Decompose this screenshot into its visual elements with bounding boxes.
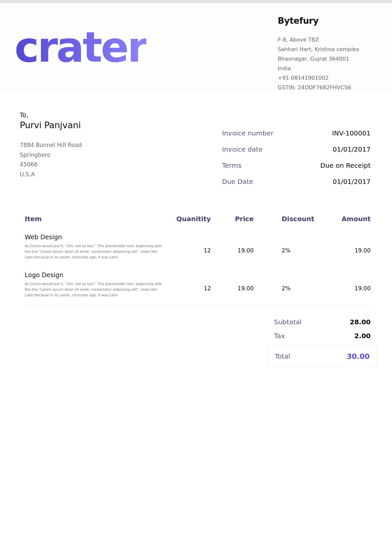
item-cell: Logo Design As Cicero would put it, “Um,… xyxy=(25,271,166,298)
item-cell: Web Design As Cicero would put it, “Um, … xyxy=(25,233,166,260)
tax-row: Tax 2.00 xyxy=(274,332,371,340)
meta-label: Terms xyxy=(222,161,241,169)
company-address: F-8, Above TBZSahkari Hart, Krishna comp… xyxy=(278,35,359,92)
customer-address-line: 45066 xyxy=(20,160,82,170)
item-quantity: 12 xyxy=(166,271,211,298)
item-name: Web Design xyxy=(25,233,166,241)
invoice-meta-row: Due Date 01/01/2017 xyxy=(222,178,371,186)
meta-value: 01/01/2017 xyxy=(333,145,371,153)
items-table-body: Web Design As Cicero would put it, “Um, … xyxy=(25,233,371,298)
totals-block: Subtotal 28.00 Tax 2.00 xyxy=(274,318,371,340)
meta-value: 01/01/2017 xyxy=(333,178,371,186)
subtotal-label: Subtotal xyxy=(274,318,302,326)
company-address-line: GSTIN: 24DDF7682FHVCS6 xyxy=(278,83,359,92)
table-row: Web Design As Cicero would put it, “Um, … xyxy=(25,233,371,260)
items-table-header: Item Quanitity Price Discount Amount xyxy=(25,214,371,223)
meta-label: Invoice date xyxy=(222,145,263,153)
company-address-line: Sahkari Hart, Krishna complex xyxy=(278,44,359,54)
header-discount: Discount xyxy=(254,214,318,223)
item-discount: 2% xyxy=(254,233,318,260)
invoice-page: crater Bytefury F-8, Above TBZSahkari Ha… xyxy=(0,0,392,555)
top-strip xyxy=(0,0,392,3)
bill-to-prefix: To, xyxy=(20,111,82,119)
tax-value: 2.00 xyxy=(354,332,371,340)
item-price: 19.00 xyxy=(211,233,254,260)
header-price: Price xyxy=(211,214,254,223)
crater-logo: crater xyxy=(14,22,146,72)
tax-label: Tax xyxy=(274,332,285,340)
meta-value: INV-100001 xyxy=(332,129,371,137)
subtotal-value: 28.00 xyxy=(350,318,371,326)
customer-address: 7884 Bunnel Hill RoadSpringboro45066U.S.… xyxy=(20,140,82,179)
item-price: 19.00 xyxy=(211,271,254,298)
company-address-line: F-8, Above TBZ xyxy=(278,35,359,44)
item-description: As Cicero would put it, “Um, not so fast… xyxy=(25,281,165,298)
subtotal-row: Subtotal 28.00 xyxy=(274,318,371,326)
company-block: Bytefury F-8, Above TBZSahkari Hart, Kri… xyxy=(278,16,359,92)
company-address-line: +91-08141901002 xyxy=(278,73,359,83)
invoice-header: crater Bytefury F-8, Above TBZSahkari Ha… xyxy=(0,3,392,90)
customer-address-line: U.S.A xyxy=(20,170,82,180)
company-name: Bytefury xyxy=(278,16,359,26)
customer-address-line: Springboro xyxy=(20,150,82,160)
invoice-meta: Invoice number INV-100001 Invoice date 0… xyxy=(222,120,371,194)
items-table: Item Quanitity Price Discount Amount Web… xyxy=(25,214,371,367)
invoice-meta-row: Invoice date 01/01/2017 xyxy=(222,145,371,153)
item-amount: 19.00 xyxy=(318,271,371,298)
bill-to-block: To, Purvi Panjvani 7884 Bunnel Hill Road… xyxy=(20,111,82,179)
grand-total-value: 30.00 xyxy=(347,352,370,361)
header-item: Item xyxy=(25,214,166,223)
company-address-line: India xyxy=(278,64,359,73)
header-amount: Amount xyxy=(318,214,371,223)
item-discount: 2% xyxy=(254,271,318,298)
customer-name: Purvi Panjvani xyxy=(20,119,82,131)
table-row: Logo Design As Cicero would put it, “Um,… xyxy=(25,271,371,298)
item-name: Logo Design xyxy=(25,271,166,279)
item-amount: 19.00 xyxy=(318,233,371,260)
table-divider xyxy=(25,305,371,306)
item-description: As Cicero would put it, “Um, not so fast… xyxy=(25,243,165,260)
item-quantity: 12 xyxy=(166,233,211,260)
customer-address-line: 7884 Bunnel Hill Road xyxy=(20,140,82,150)
company-address-line: Bhavnagar, Gujrat 364001 xyxy=(278,54,359,64)
meta-value: Due on Receipt xyxy=(320,161,371,169)
grand-total-box: Total 30.00 xyxy=(268,346,377,367)
header-quantity: Quanitity xyxy=(166,214,211,223)
invoice-meta-row: Terms Due on Receipt xyxy=(222,161,371,169)
meta-label: Due Date xyxy=(222,178,253,186)
grand-total-label: Total xyxy=(275,352,290,360)
invoice-meta-row: Invoice number INV-100001 xyxy=(222,129,371,137)
meta-label: Invoice number xyxy=(222,129,273,137)
